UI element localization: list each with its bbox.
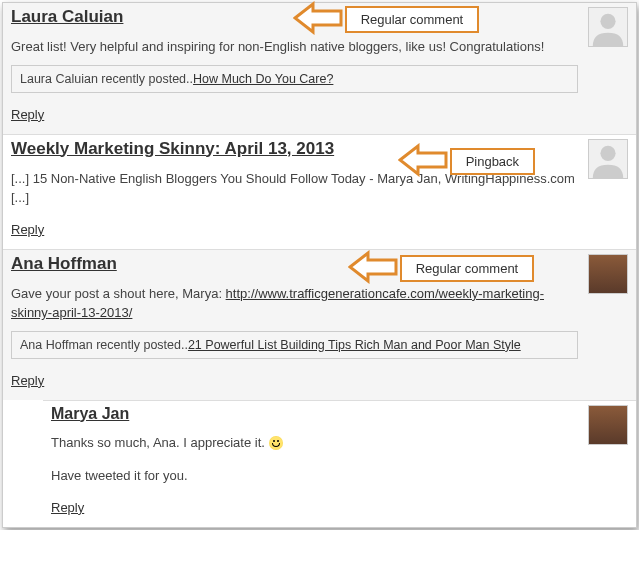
author-link[interactable]: Weekly Marketing Skinny: April 13, 2013 — [11, 139, 334, 158]
svg-point-1 — [600, 145, 615, 160]
avatar — [588, 405, 628, 445]
recent-post-link[interactable]: How Much Do You Care? — [193, 72, 333, 86]
reply-link[interactable]: Reply — [51, 500, 84, 515]
svg-point-0 — [600, 14, 615, 29]
comment-text: Thanks so much, Ana. I appreciate it. — [51, 435, 269, 450]
reply-link[interactable]: Reply — [11, 373, 44, 388]
comment-item: Weekly Marketing Skinny: April 13, 2013 … — [3, 134, 636, 249]
recent-post-link[interactable]: 21 Powerful List Building Tips Rich Man … — [188, 338, 521, 352]
avatar — [588, 254, 628, 294]
author-link[interactable]: Marya Jan — [51, 405, 129, 422]
comment-item: Laura Caluian Great list! Very helpful a… — [3, 3, 636, 134]
comment-body: Gave your post a shout here, Marya: http… — [11, 284, 628, 323]
comment-text: Gave your post a shout here, Marya: — [11, 286, 226, 301]
recent-prefix: Laura Caluian recently posted.. — [20, 72, 193, 86]
comment-body: Great list! Very helpful and inspiring f… — [11, 37, 628, 57]
comment-body: Thanks so much, Ana. I appreciate it. Ha… — [51, 433, 628, 486]
author-link[interactable]: Laura Caluian — [11, 7, 123, 26]
comment-thread: Laura Caluian Great list! Very helpful a… — [2, 2, 637, 528]
recent-prefix: Ana Hoffman recently posted.. — [20, 338, 188, 352]
smile-emoji-icon — [269, 436, 283, 450]
reply-link[interactable]: Reply — [11, 222, 44, 237]
comment-item-nested: Marya Jan Thanks so much, Ana. I appreci… — [43, 400, 636, 527]
reply-link[interactable]: Reply — [11, 107, 44, 122]
avatar — [588, 7, 628, 47]
recent-post-box: Ana Hoffman recently posted..21 Powerful… — [11, 331, 578, 359]
author-link[interactable]: Ana Hoffman — [11, 254, 117, 273]
avatar — [588, 139, 628, 179]
comment-body: [...] 15 Non-Native English Bloggers You… — [11, 169, 628, 208]
comment-item: Ana Hoffman Gave your post a shout here,… — [3, 249, 636, 400]
recent-post-box: Laura Caluian recently posted..How Much … — [11, 65, 578, 93]
comment-text: Have tweeted it for you. — [51, 468, 188, 483]
